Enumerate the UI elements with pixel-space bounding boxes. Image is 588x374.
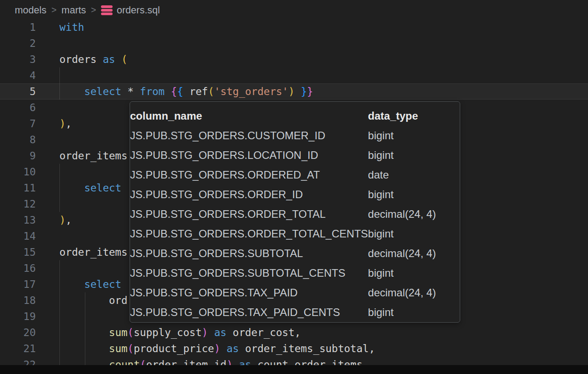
chevron-right-icon: > [91, 5, 97, 15]
data-type-cell: decimal(24, 4) [368, 244, 460, 263]
code-line-1[interactable]: 1with [0, 19, 588, 35]
line-number: 1 [0, 19, 36, 35]
code-line-text: orders as ( [59, 51, 127, 67]
data-type-cell: decimal(24, 4) [368, 283, 460, 303]
column-name-cell: JS.PUB.STG_ORDERS.ORDER_ID [130, 185, 368, 204]
line-number: 17 [0, 276, 36, 292]
code-line-5[interactable]: 5 select * from {{ ref('stg_orders') }} [0, 83, 588, 100]
code-line-3[interactable]: 3orders as ( [0, 51, 588, 67]
column-name-cell: JS.PUB.STG_ORDERS.TAX_PAID [130, 283, 368, 303]
column-name-cell: JS.PUB.STG_ORDERS.ORDER_TOTAL [130, 204, 368, 224]
code-line-20[interactable]: 20 sum(supply_cost) as order_cost, [0, 324, 588, 341]
column-info-row: JS.PUB.STG_ORDERS.ORDER_IDbigint [130, 185, 460, 204]
line-number: 16 [0, 260, 36, 276]
column-name-cell: JS.PUB.STG_ORDERS.TAX_PAID_CENTS [130, 303, 368, 322]
code-line-text: select [59, 180, 121, 196]
column-name-cell: JS.PUB.STG_ORDERS.SUBTOTAL_CENTS [130, 263, 368, 283]
data-type-header: data_type [368, 106, 460, 126]
column-info-row: JS.PUB.STG_ORDERS.CUSTOMER_IDbigint [130, 126, 460, 145]
breadcrumb-item-models[interactable]: models [15, 4, 46, 16]
code-line-text: ), [59, 116, 72, 132]
data-type-cell: bigint [368, 126, 460, 145]
line-number: 20 [0, 324, 36, 341]
line-number: 5 [0, 83, 36, 100]
column-info-popup: column_name data_type JS.PUB.STG_ORDERS.… [130, 101, 460, 323]
line-number: 3 [0, 51, 36, 67]
code-line-text: sum(product_price) as order_items_subtot… [59, 341, 375, 357]
code-line-text: ord [59, 292, 127, 308]
column-info-row: JS.PUB.STG_ORDERS.TAX_PAIDdecimal(24, 4) [130, 283, 460, 303]
column-name-cell: JS.PUB.STG_ORDERS.CUSTOMER_ID [130, 126, 368, 145]
breadcrumb: models > marts > orders.sql [0, 0, 588, 20]
breadcrumb-item-file[interactable]: orders.sql [101, 4, 160, 16]
line-number: 8 [0, 132, 36, 148]
column-info-row: JS.PUB.STG_ORDERS.SUBTOTAL_CENTSbigint [130, 263, 460, 283]
column-name-cell: JS.PUB.STG_ORDERS.SUBTOTAL [130, 244, 368, 263]
data-type-cell: bigint [368, 185, 460, 204]
column-info-row: JS.PUB.STG_ORDERS.ORDER_TOTALdecimal(24,… [130, 204, 460, 224]
column-name-cell: JS.PUB.STG_ORDERS.ORDERED_AT [130, 165, 368, 185]
column-info-row: JS.PUB.STG_ORDERS.LOCATION_IDbigint [130, 145, 460, 165]
chevron-right-icon: > [51, 5, 57, 15]
column-info-header-row: column_name data_type [130, 106, 460, 126]
code-line-text: sum(supply_cost) as order_cost, [59, 324, 301, 341]
code-line-text: order_items [59, 244, 127, 260]
line-number: 13 [0, 212, 36, 228]
column-name-cell: JS.PUB.STG_ORDERS.LOCATION_ID [130, 145, 368, 165]
column-name-cell: JS.PUB.STG_ORDERS.ORDER_TOTAL_CENTS [130, 224, 368, 244]
line-number: 4 [0, 67, 36, 83]
column-info-row: JS.PUB.STG_ORDERS.ORDER_TOTAL_CENTSbigin… [130, 224, 460, 244]
line-number: 7 [0, 116, 36, 132]
database-icon [101, 5, 113, 16]
line-number: 18 [0, 292, 36, 308]
code-line-text: with [59, 19, 84, 35]
line-number: 2 [0, 35, 36, 51]
line-number: 15 [0, 244, 36, 260]
code-line-text: ), [59, 212, 72, 228]
line-number: 14 [0, 228, 36, 244]
code-line-2[interactable]: 2 [0, 35, 588, 51]
column-info-table: column_name data_type JS.PUB.STG_ORDERS.… [130, 106, 460, 322]
breadcrumb-file-name: orders.sql [117, 4, 160, 16]
data-type-cell: decimal(24, 4) [368, 204, 460, 224]
line-number: 10 [0, 164, 36, 180]
column-info-row: JS.PUB.STG_ORDERS.TAX_PAID_CENTSbigint [130, 303, 460, 322]
data-type-cell: bigint [368, 224, 460, 244]
bottom-panel-edge [0, 365, 588, 374]
line-number: 11 [0, 180, 36, 196]
data-type-cell: bigint [368, 303, 460, 322]
line-number: 6 [0, 100, 36, 116]
column-name-header: column_name [130, 106, 368, 126]
line-number: 19 [0, 308, 36, 324]
editor-window: models > marts > orders.sql 1with23order… [0, 0, 588, 374]
line-number: 9 [0, 148, 36, 164]
data-type-cell: date [368, 165, 460, 185]
code-line-21[interactable]: 21 sum(product_price) as order_items_sub… [0, 341, 588, 357]
code-line-text: order_items [59, 148, 127, 164]
line-number: 21 [0, 341, 36, 357]
code-line-text: select [59, 276, 121, 292]
code-line-4[interactable]: 4 [0, 67, 588, 83]
data-type-cell: bigint [368, 145, 460, 165]
data-type-cell: bigint [368, 263, 460, 283]
column-info-row: JS.PUB.STG_ORDERS.SUBTOTALdecimal(24, 4) [130, 244, 460, 263]
code-line-text: select * from {{ ref('stg_orders') }} [59, 83, 313, 100]
breadcrumb-item-marts[interactable]: marts [62, 4, 86, 16]
line-number: 12 [0, 196, 36, 212]
column-info-row: JS.PUB.STG_ORDERS.ORDERED_ATdate [130, 165, 460, 185]
